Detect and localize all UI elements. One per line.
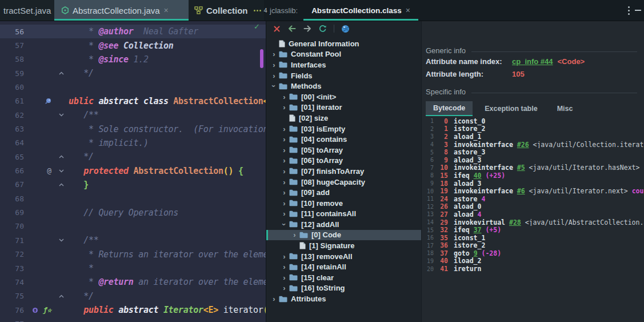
tree-expander-icon[interactable]: › (283, 93, 285, 101)
tree-expander-icon[interactable]: › (283, 274, 285, 281)
tree-item[interactable]: ›[15] clear (266, 272, 421, 283)
tree-expander-icon[interactable]: › (283, 284, 285, 292)
bytecode-link[interactable]: 37 (474, 226, 482, 234)
tree-expander-icon[interactable]: › (293, 231, 295, 238)
fold-marker[interactable] (54, 169, 69, 173)
gutter-override-icon[interactable] (32, 307, 38, 313)
tree-item[interactable]: ›[01] iterator (266, 102, 421, 113)
line-number[interactable]: 61 (0, 97, 24, 105)
tree-expander-icon[interactable]: › (283, 125, 285, 133)
tree-item[interactable]: ›[14] retainAll (266, 261, 421, 272)
line-number[interactable]: 64 (0, 138, 24, 147)
fold-marker[interactable] (54, 183, 69, 186)
tree-item[interactable]: ›[13] removeAll (266, 251, 421, 262)
tree-expander-icon[interactable]: › (283, 263, 285, 271)
line-number[interactable]: 66 (0, 166, 24, 175)
line-number[interactable]: 65 (0, 153, 24, 161)
tree-expander-icon[interactable]: › (281, 223, 288, 225)
tree-item[interactable]: ›[05] toArray (266, 145, 421, 156)
hide-panel-icon[interactable] (634, 0, 643, 21)
gutter-class-icon[interactable] (45, 98, 51, 105)
tree-item[interactable]: ›[04] contains (266, 134, 421, 145)
tab-collection[interactable]: Collection 4 (189, 0, 264, 21)
line-number[interactable]: 74 (0, 278, 24, 287)
tab-bytecode[interactable]: Bytecode (426, 101, 473, 116)
error-stripe-marker[interactable] (260, 49, 263, 68)
tree-item[interactable]: ›Attributes (266, 293, 421, 304)
tree-expander-icon[interactable]: › (270, 85, 278, 88)
tree-item[interactable]: ›[16] toString (266, 283, 421, 294)
fold-marker[interactable] (54, 155, 69, 158)
tree-expander-icon[interactable]: › (283, 136, 285, 143)
tree-expander-icon[interactable]: › (283, 189, 285, 196)
line-number[interactable]: 60 (0, 83, 24, 92)
tree-item[interactable]: [1] Signature (266, 240, 421, 251)
line-number[interactable]: 56 (0, 27, 24, 36)
line-number[interactable]: 67 (0, 180, 24, 189)
tree-expander-icon[interactable]: › (283, 200, 285, 207)
line-number[interactable]: 70 (0, 222, 24, 230)
tree-item[interactable]: ›[00] <init> (266, 92, 421, 102)
tab-abstractcollection-class[interactable]: AbstractCollection.class × (303, 0, 418, 21)
tree-item[interactable]: ›[12] addAll (266, 219, 421, 230)
bytecode-link[interactable]: #6 (517, 187, 525, 195)
bytecode-link[interactable]: #5 (517, 164, 525, 172)
close-icon[interactable] (272, 24, 281, 33)
line-number[interactable]: 69 (0, 208, 24, 217)
line-number[interactable]: 75 (0, 292, 24, 300)
tree-expander-icon[interactable]: › (273, 61, 275, 69)
line-number[interactable]: 71 (0, 236, 24, 245)
inspection-check-icon[interactable]: ✓ (254, 22, 260, 31)
tree-expander-icon[interactable]: › (283, 210, 285, 217)
tree-expander-icon[interactable]: › (283, 178, 285, 186)
kebab-menu-icon[interactable] (623, 0, 634, 21)
tree-expander-icon[interactable]: › (273, 72, 275, 79)
tree-expander-icon[interactable]: › (273, 50, 275, 58)
line-number[interactable]: 72 (0, 250, 24, 259)
line-number[interactable]: 63 (0, 125, 24, 133)
fold-marker[interactable] (54, 113, 69, 117)
code-editor[interactable]: 56 * @author Neal Gafter57 * @see Collec… (0, 21, 266, 322)
close-icon[interactable]: × (164, 6, 169, 15)
bytecode-link[interactable]: #26 (517, 141, 529, 149)
tree-item[interactable]: ›[09] add (266, 187, 421, 198)
line-number[interactable]: 58 (0, 55, 24, 63)
bytecode-link[interactable]: 9 (474, 249, 478, 257)
reload-icon[interactable] (318, 24, 327, 33)
more-tabs-indicator[interactable]: 4 (254, 7, 267, 14)
tree-item[interactable]: ›Methods (266, 81, 421, 92)
tab-misc[interactable]: Misc (550, 101, 581, 116)
tab-abstractcollection-java[interactable]: AbstractCollection.java × (54, 0, 189, 21)
tree-item[interactable]: ›[07] finishToArray (266, 166, 421, 177)
line-number[interactable]: 73 (0, 264, 24, 273)
cp-info-link[interactable]: cp_info #44 (512, 57, 553, 66)
line-number[interactable]: 62 (0, 111, 24, 120)
line-number[interactable]: 59 (0, 69, 24, 78)
line-number[interactable]: 68 (0, 194, 24, 203)
gutter-annotate-icon[interactable]: @ (47, 166, 51, 175)
tree-expander-icon[interactable]: › (283, 168, 285, 175)
line-number[interactable]: 77 (0, 320, 24, 322)
tree-item[interactable]: ›[0] Code (266, 230, 421, 241)
tree-item[interactable]: ›[10] remove (266, 198, 421, 209)
fold-marker[interactable] (54, 71, 69, 75)
tree-item[interactable]: ›Fields (266, 70, 421, 81)
tab-abstractset-java[interactable]: tractSet.java × (0, 0, 54, 21)
tree-item[interactable]: ›Interfaces (266, 59, 421, 70)
line-number[interactable]: 57 (0, 41, 24, 50)
browser-icon[interactable] (341, 24, 350, 33)
tree-expander-icon[interactable]: › (273, 295, 275, 303)
tree-item[interactable]: ›[06] toArray (266, 156, 421, 166)
forward-arrow-icon[interactable] (303, 24, 312, 33)
tree-expander-icon[interactable]: › (283, 104, 285, 111)
tree-item[interactable]: General Information (266, 38, 421, 49)
bytecode-link[interactable]: 40 (474, 172, 482, 180)
tree-item[interactable]: [02] size (266, 113, 421, 124)
gutter-function-icon[interactable]: ƒ☆ (43, 306, 51, 314)
bytecode-link[interactable]: #28 (509, 218, 521, 226)
line-number[interactable]: 76 (0, 306, 24, 315)
tab-exception-table[interactable]: Exception table (477, 101, 545, 116)
close-icon[interactable]: × (406, 6, 410, 15)
tree-expander-icon[interactable]: › (283, 157, 285, 164)
tree-expander-icon[interactable]: › (283, 253, 285, 260)
